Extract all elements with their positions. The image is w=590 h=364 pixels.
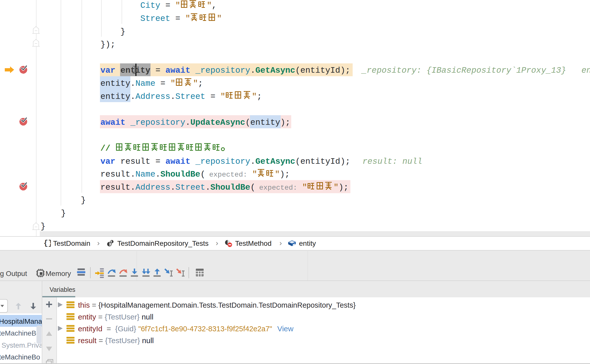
svg-text:enti: enti [581,66,590,75]
svg-text:": " [334,183,339,192]
svg-text:result: null: result: null [362,157,422,166]
svg-text:City: City [140,1,160,10]
svg-text:);: ); [280,118,290,127]
svg-text:result: result [120,157,150,166]
svg-text:.: . [130,79,135,88]
svg-text:.: . [250,66,255,75]
svg-text:);: ); [339,183,349,192]
svg-text:var: var [100,157,115,166]
svg-text:": " [275,170,280,179]
svg-text:{}: {} [44,239,51,247]
svg-text:var: var [100,66,115,75]
svg-text:=: = [175,14,180,23]
svg-text:_repository: _repository [195,66,250,75]
svg-text:Street: Street [175,183,205,192]
svg-text:);: ); [340,157,350,166]
svg-text:.: . [130,183,135,192]
svg-text:,: , [212,1,217,10]
svg-text:UpdateAsync: UpdateAsync [190,118,245,127]
svg-text:.: . [155,170,160,179]
svg-text:": " [252,92,257,101]
svg-text:entityId: entityId [300,157,340,166]
svg-text:.: . [170,92,175,101]
svg-text:.: . [130,170,135,179]
svg-text:}: } [120,27,125,36]
svg-text:;: ; [198,79,203,88]
svg-text:": " [175,1,180,10]
svg-text:=: = [156,157,161,166]
svg-text:(: ( [200,170,205,179]
svg-text:}: } [41,222,46,231]
svg-text:": " [302,183,307,192]
svg-text:.: . [205,183,210,192]
svg-text:.: . [186,118,191,127]
svg-text:_repository: {IBasicRepository: _repository: {IBasicRepository`1Proxy_13… [361,66,566,75]
svg-text:": " [217,14,222,23]
svg-text:(: ( [250,183,255,192]
svg-text:ShouldBe: ShouldBe [160,170,200,179]
svg-text:(: ( [295,157,300,166]
svg-text:.: . [130,92,135,101]
svg-text:Address: Address [135,92,170,101]
svg-text:result: result [100,183,130,192]
svg-text:Name: Name [135,79,155,88]
svg-text:);: ); [280,170,290,179]
svg-text:=: = [210,92,215,101]
svg-text:=: = [156,66,161,75]
svg-text:GetAsync: GetAsync [255,66,295,75]
svg-text:entityId: entityId [300,66,340,75]
svg-text:await: await [165,157,190,166]
svg-text:_repository: _repository [130,118,185,127]
svg-text:": " [170,79,175,88]
svg-text:;: ; [257,92,262,101]
svg-text:": " [207,1,212,10]
svg-text:=: = [165,1,170,10]
svg-text:expected:: expected: [259,184,297,192]
svg-text:Name: Name [135,170,155,179]
svg-text:ShouldBe: ShouldBe [210,183,250,192]
svg-text:entity: entity [250,118,280,127]
svg-text:": " [185,14,190,23]
svg-text:": " [193,79,198,88]
svg-text:await: await [165,66,190,75]
svg-text:entity: entity [100,92,130,101]
svg-text:(: ( [245,118,250,127]
svg-text:}: } [61,209,66,218]
svg-text:Street: Street [140,14,170,23]
svg-text:=: = [160,79,165,88]
svg-text:Address: Address [135,183,170,192]
svg-text:});: }); [100,40,115,49]
svg-text:GetAsync: GetAsync [255,157,295,166]
svg-text:result: result [100,170,130,179]
svg-text:.: . [250,157,255,166]
svg-text:);: ); [340,66,350,75]
svg-text://: // [100,144,110,153]
svg-text:entity: entity [120,66,150,75]
svg-text:": " [220,92,226,101]
svg-text:entity: entity [100,79,130,88]
svg-text:Street: Street [175,92,205,101]
svg-text:": " [252,170,257,179]
svg-text:(: ( [295,66,300,75]
svg-text:_repository: _repository [195,157,250,166]
svg-text:}: } [81,196,86,205]
svg-text:expected:: expected: [209,171,247,179]
svg-text:.: . [170,183,175,192]
svg-text:await: await [100,118,125,127]
